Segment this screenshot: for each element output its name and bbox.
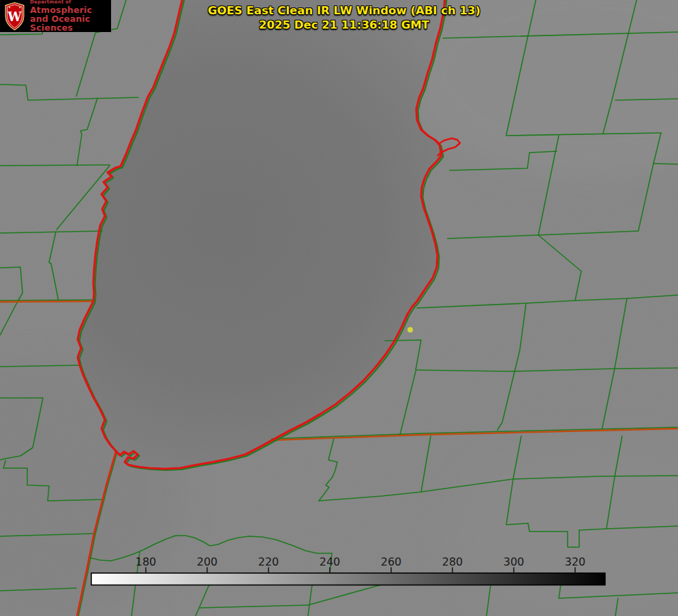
colorbar-tick-label: 180: [136, 555, 157, 568]
svg-text:W: W: [7, 9, 22, 23]
county-boundary-line: [653, 164, 678, 164]
colorbar-tick-label: 220: [258, 555, 279, 568]
image-title-block: GOES East Clean IR LW Window (ABI ch 13)…: [174, 3, 514, 32]
uw-aos-logo: W Department of Atmospheric and Oceanic …: [0, 0, 111, 32]
uw-crest-icon: W: [3, 2, 26, 31]
logo-name-line1: Atmospheric: [30, 5, 111, 14]
title-product-line: GOES East Clean IR LW Window (ABI ch 13): [174, 3, 514, 18]
satellite-map-canvas: 180200220240260280300320: [0, 0, 678, 616]
colorbar-tick-label: 200: [197, 555, 218, 568]
sensor-noise-layer: [0, 0, 678, 616]
state-boundary-line: [0, 301, 94, 302]
station-marker-dot: [407, 327, 413, 333]
colorbar-tick-label: 300: [504, 555, 525, 568]
colorbar-tick-label: 280: [442, 555, 463, 568]
colorbar-tick-label: 320: [565, 555, 586, 568]
colorbar-tick-label: 260: [381, 555, 402, 568]
logo-text: Department of Atmospheric and Oceanic Sc…: [30, 0, 111, 31]
noise-overlay: [0, 0, 678, 616]
state-boundary-green-line: [0, 300, 94, 301]
colorbar-tick-label: 240: [320, 555, 341, 568]
title-datetime-line: 2025 Dec 21 11:36:18 GMT: [174, 18, 514, 32]
county-boundary-line: [0, 165, 110, 166]
logo-name-line2: and Oceanic Sciences: [30, 14, 111, 32]
satellite-image-viewer: 180200220240260280300320 W Department of…: [0, 0, 678, 616]
colorbar-gradient-bar: [91, 573, 605, 585]
